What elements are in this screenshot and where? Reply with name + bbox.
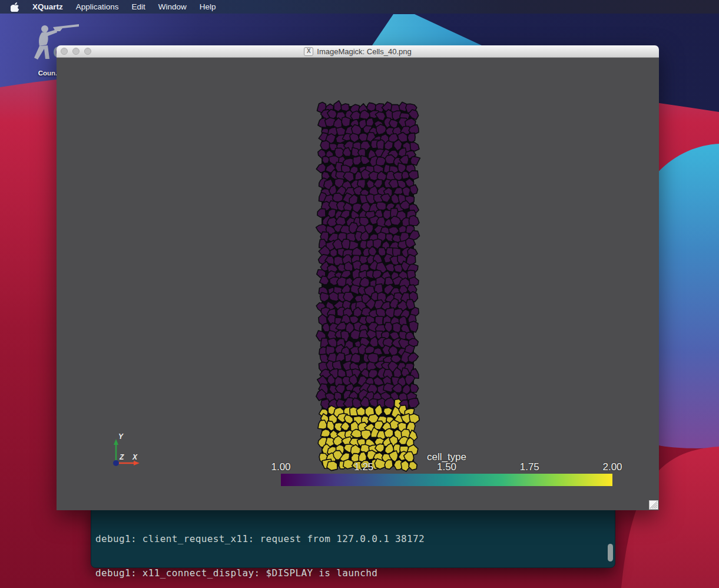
terminal-output: debug1: client_request_x11: request from…: [91, 505, 615, 588]
colorbar-tick: 1.00: [271, 461, 290, 473]
window-title: X ImageMagick: Cells_40.png: [304, 47, 411, 56]
colorbar-tick-labels: 1.00 1.25 1.50 1.75 2.00: [281, 461, 612, 472]
resize-grip[interactable]: [649, 500, 658, 510]
menu-item-xquartz[interactable]: XQuartz: [32, 2, 63, 11]
menu-item-help[interactable]: Help: [200, 2, 216, 11]
colorbar-tick: 1.50: [437, 461, 456, 473]
orientation-axes-icon: Y Z X: [107, 431, 144, 468]
desktop-screen: XQuartz Applications Edit Window Help GO…: [0, 0, 719, 588]
window-title-bar[interactable]: X ImageMagick: Cells_40.png: [57, 45, 659, 58]
terminal-scrollbar-thumb[interactable]: [608, 544, 613, 561]
x11-icon: X: [304, 47, 313, 56]
menu-item-edit[interactable]: Edit: [132, 2, 145, 11]
cells-visualization: [57, 58, 659, 510]
axis-z-label: Z: [119, 453, 124, 461]
zoom-button[interactable]: [84, 48, 91, 55]
menu-item-window[interactable]: Window: [158, 2, 187, 11]
window-title-text: ImageMagick: Cells_40.png: [317, 47, 411, 56]
colorbar-tick: 1.75: [520, 461, 539, 473]
minimize-button[interactable]: [72, 48, 79, 55]
close-button[interactable]: [61, 48, 68, 55]
window-controls: [61, 48, 91, 55]
axis-x-label: X: [132, 453, 138, 461]
menu-bar: XQuartz Applications Edit Window Help: [0, 0, 719, 14]
terminal-line: debug1: x11_connect_display: $DISPLAY is…: [95, 567, 612, 579]
terminal-line: debug1: client_request_x11: request from…: [95, 533, 612, 544]
render-view[interactable]: Y Z X cell_type 1.00 1.25 1.50 1.75 2.00: [57, 58, 659, 510]
colorbar-gradient: [281, 474, 612, 486]
axis-y-label: Y: [118, 432, 124, 441]
terminal-window[interactable]: debug1: client_request_x11: request from…: [91, 504, 615, 568]
colorbar-tick: 1.25: [354, 461, 373, 473]
colorbar-tick: 2.00: [602, 461, 622, 473]
apple-icon[interactable]: [11, 2, 19, 12]
menu-item-applications[interactable]: Applications: [76, 2, 119, 11]
imagemagick-window: X ImageMagick: Cells_40.png Y Z X cell_t…: [57, 45, 659, 510]
